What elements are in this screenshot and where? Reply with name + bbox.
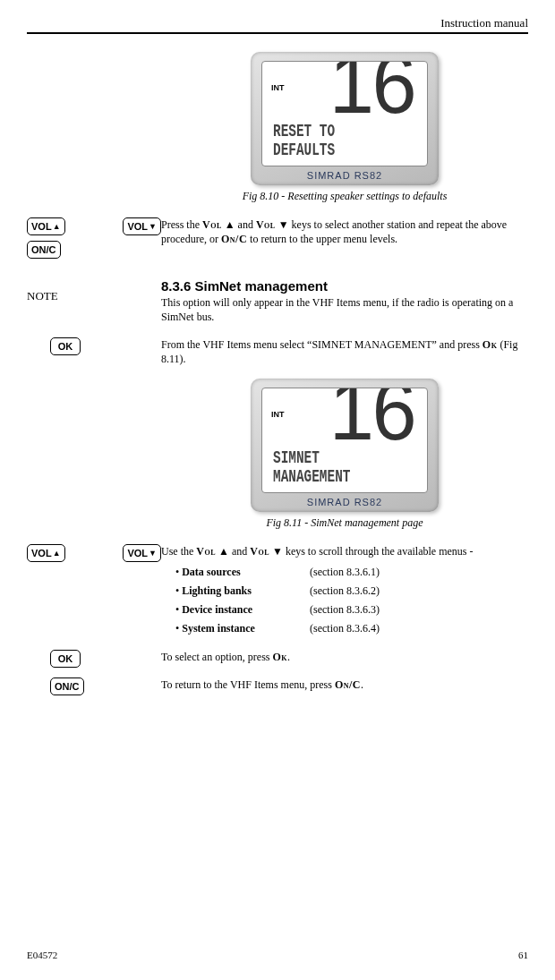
arrow-up-icon: ▲ — [53, 549, 61, 558]
lcd-int-label-2: INT — [271, 410, 285, 419]
ok-button-2[interactable]: OK — [50, 650, 81, 668]
ok-button[interactable]: OK — [50, 337, 81, 355]
paragraph-vol-select: Press the Vol ▲ and Vol ▼ keys to select… — [161, 217, 528, 246]
vol-up-button[interactable]: VOL▲ — [27, 217, 65, 235]
device-brand-2: SIMRAD RS82 — [261, 493, 428, 507]
device-brand: SIMRAD RS82 — [261, 166, 428, 181]
paragraph-select-simnet: From the VHF Items menu select “SIMNET M… — [161, 337, 528, 366]
figure-caption-1: Fig 8.10 - Resetting speaker settings to… — [161, 189, 528, 203]
vol-up-button-2[interactable]: VOL▲ — [27, 544, 65, 562]
lcd-message-2: SIMNET MANAGEMENT — [273, 449, 350, 487]
menu-item: • System instance(section 8.3.6.4) — [175, 622, 528, 635]
lcd-int-label: INT — [271, 83, 285, 92]
note-text: This option will only appear in the VHF … — [161, 295, 528, 324]
paragraph-select-option: To select an option, press Ok. — [161, 650, 528, 664]
menu-item: • Data sources(section 8.3.6.1) — [175, 566, 528, 579]
footer-code: E04572 — [27, 950, 57, 960]
on-c-button[interactable]: ON/C — [27, 241, 61, 259]
vol-down-button-2[interactable]: VOL▼ — [123, 544, 161, 562]
paragraph-scroll-menus: Use the Vol ▲ and Vol ▼ keys to scroll t… — [161, 544, 528, 558]
page-number: 61 — [518, 950, 528, 960]
section-heading: 8.3.6 SimNet management — [161, 278, 528, 294]
lcd-message: RESET TO DEFAULTS — [273, 123, 335, 160]
paragraph-return: To return to the VHF Items menu, press O… — [161, 677, 528, 692]
arrow-down-icon: ▼ — [149, 222, 157, 231]
figure-caption-2: Fig 8.11 - SimNet management page — [161, 516, 528, 530]
page-footer: E04572 61 — [27, 950, 528, 960]
device-display-1: INT 16 RESET TO DEFAULTS SIMRAD RS82 — [251, 52, 439, 185]
menu-item: • Device instance(section 8.3.6.3) — [175, 603, 528, 617]
menu-item: • Lighting banks(section 8.3.6.2) — [175, 584, 528, 598]
page-header: Instruction manual — [27, 16, 528, 34]
vol-down-button[interactable]: VOL▼ — [123, 217, 161, 235]
menu-list: • Data sources(section 8.3.6.1) • Lighti… — [175, 566, 528, 635]
header-title: Instruction manual — [440, 16, 528, 30]
arrow-up-icon: ▲ — [53, 222, 61, 231]
note-label: NOTE — [27, 289, 58, 303]
arrow-down-icon: ▼ — [149, 549, 157, 558]
lcd-channel: 16 — [329, 61, 414, 132]
on-c-button-2[interactable]: ON/C — [50, 677, 84, 695]
device-display-2: INT 16 SIMNET MANAGEMENT SIMRAD RS82 — [251, 379, 439, 512]
